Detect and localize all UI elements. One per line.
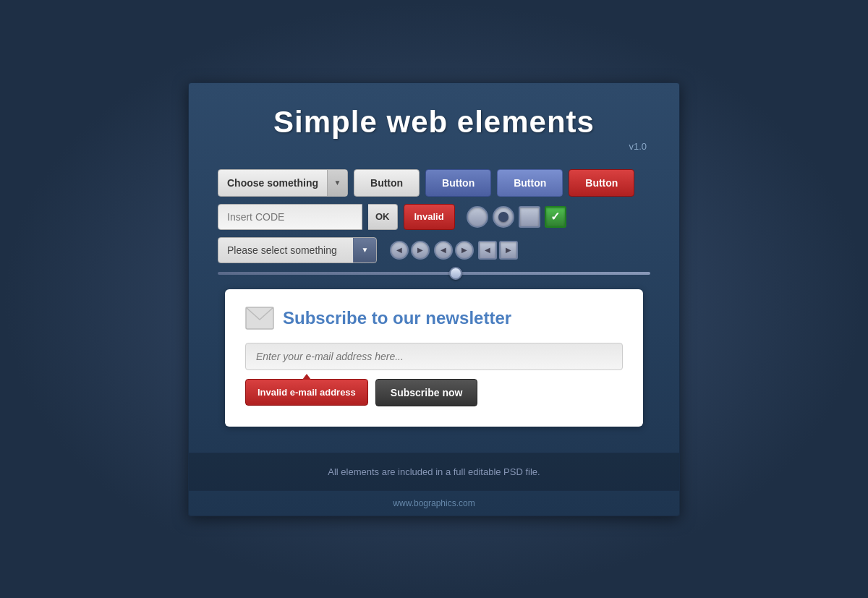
newsletter-buttons: Invalid e-mail address Subscribe now [245, 379, 623, 406]
round-arrow-pair-1: ◀ ▶ [390, 241, 430, 260]
footer-url: www.bographics.com [189, 490, 679, 516]
right-arrow-icon-2: ▶ [461, 247, 467, 254]
select-label: Please select something [218, 244, 353, 256]
round-arrow-left-1[interactable]: ◀ [390, 241, 409, 260]
round-arrow-pair-2: ◀ ▶ [434, 241, 474, 260]
newsletter-title: Subscribe to our newsletter [283, 308, 511, 328]
newsletter-title-static: Subscribe to our [283, 308, 425, 328]
square-arrow-left[interactable]: ◀ [478, 241, 497, 260]
square-arrow-right[interactable]: ▶ [499, 241, 518, 260]
main-content: Simple web elements v1.0 Choose somethin… [189, 83, 679, 441]
subscribe-button[interactable]: Subscribe now [375, 379, 478, 406]
choose-dropdown[interactable]: Choose something ▼ [218, 169, 348, 197]
radio-checked[interactable] [493, 206, 514, 228]
newsletter-title-highlight: newsletter [425, 308, 511, 328]
invalid-email-button[interactable]: Invalid e-mail address [245, 379, 368, 406]
round-arrow-right-1[interactable]: ▶ [411, 241, 430, 260]
right-arrow-icon: ▶ [417, 247, 423, 254]
left-arrow-icon: ◀ [396, 247, 402, 254]
square-arrow-pair: ◀ ▶ [478, 241, 518, 260]
invalid-button[interactable]: Invalid [404, 204, 455, 230]
button-gray[interactable]: Button [354, 169, 420, 197]
round-arrow-left-2[interactable]: ◀ [434, 241, 453, 260]
nav-arrows-group: ◀ ▶ ◀ ▶ [390, 241, 518, 260]
page-title: Simple web elements [218, 105, 650, 140]
checkmark-icon: ✓ [550, 211, 560, 223]
input-row: OK Invalid ✓ [218, 204, 650, 230]
dropdown-label: Choose something [218, 177, 327, 189]
radio-group: ✓ [467, 206, 566, 228]
footer-text: All elements are included in a full edit… [202, 466, 666, 477]
slider-row [218, 272, 650, 275]
slider-thumb[interactable] [449, 267, 462, 280]
button-blue2[interactable]: Button [497, 169, 563, 197]
button-red[interactable]: Button [569, 169, 634, 197]
left-arrow-icon-2: ◀ [441, 247, 446, 254]
checkbox-checked[interactable]: ✓ [545, 206, 566, 228]
footer-panel: All elements are included in a full edit… [189, 453, 679, 490]
newsletter-panel: Subscribe to our newsletter Invalid e-ma… [225, 289, 643, 427]
round-arrow-right-2[interactable]: ▶ [455, 241, 474, 260]
select-row: Please select something ▼ ◀ ▶ ◀ [218, 237, 650, 263]
select-arrow-icon: ▼ [353, 238, 376, 262]
version-text: v1.0 [218, 141, 650, 152]
dropdown-arrow-icon: ▼ [327, 170, 347, 196]
buttons-row: Choose something ▼ Button Button Button … [218, 169, 650, 197]
select-dropdown[interactable]: Please select something ▼ [218, 237, 377, 263]
email-icon [245, 307, 274, 330]
code-input[interactable] [218, 204, 362, 230]
ok-button[interactable]: OK [368, 204, 398, 230]
radio-unchecked[interactable] [467, 206, 488, 228]
checkbox-unchecked[interactable] [519, 206, 540, 228]
button-blue1[interactable]: Button [425, 169, 491, 197]
outer-panel: Simple web elements v1.0 Choose somethin… [188, 82, 680, 516]
right-arrow-icon-sq: ▶ [506, 247, 511, 254]
email-input[interactable] [245, 343, 623, 370]
newsletter-header: Subscribe to our newsletter [245, 307, 623, 330]
slider-track[interactable] [218, 272, 650, 275]
left-arrow-icon-sq: ◀ [485, 247, 490, 254]
